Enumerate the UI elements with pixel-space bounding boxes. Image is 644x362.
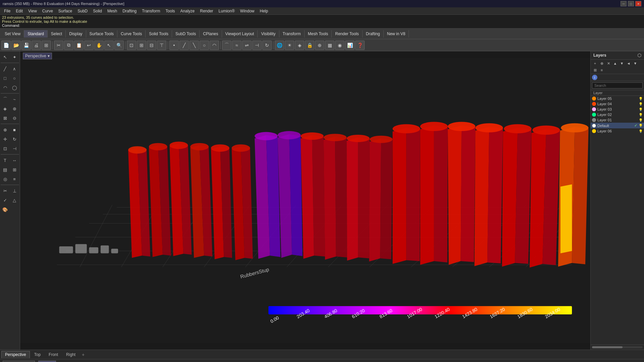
menu-transform[interactable]: Transform [139,8,163,14]
osnap-tab[interactable]: OSnap [38,361,56,362]
menu-mesh[interactable]: Mesh [105,8,120,14]
paintbucket-icon[interactable]: 🎨 [1,205,9,214]
solid-icon[interactable]: ■ [10,125,19,134]
analyze-icon[interactable]: 📊 [345,41,355,50]
select-arrow-icon[interactable]: ↖ [1,53,9,61]
check-icon[interactable]: ✓ [1,196,9,204]
menu-tools[interactable]: Tools [163,8,178,14]
perspective-dropdown[interactable]: Perspective ▾ [23,53,52,59]
arc-icon[interactable]: ◠ [210,41,219,50]
mirror-tool-icon[interactable]: ⊣ [10,144,19,153]
layer-row[interactable]: Layer 05 💡 [591,96,644,101]
hatch-icon[interactable]: ▤ [1,165,9,174]
sweep-icon[interactable]: ⊝ [10,114,19,122]
scrollbar-thumb[interactable] [592,346,623,348]
scrollbar[interactable] [592,346,643,348]
dim-icon[interactable]: ↔ [10,156,19,165]
search-input[interactable] [592,82,643,88]
offset-icon[interactable]: ⇌ [242,41,252,50]
layer-visible-icon[interactable]: 💡 [639,102,643,106]
menu-curve[interactable]: Curve [40,8,56,14]
top-icon[interactable]: ⊤ [157,41,166,50]
close-button[interactable]: ✕ [635,1,641,6]
split-icon[interactable]: ⊥ [10,186,19,195]
maximize-button[interactable]: □ [628,1,634,6]
polyline-icon[interactable]: ╲ [190,41,199,50]
add-sublayer-icon[interactable]: ⊕ [599,60,605,66]
move-down-icon[interactable]: ▼ [619,60,625,66]
surface-icon[interactable]: ◈ [1,104,9,113]
zoom-in-icon[interactable]: 🔍 [114,41,124,50]
filter2-icon[interactable]: ▼ [632,60,638,66]
cut-icon[interactable]: ✂ [54,41,63,50]
layer-visible-icon[interactable]: 💡 [639,108,643,111]
vp-tab-top[interactable]: Top [31,351,44,358]
select-icon[interactable]: ↖ [104,41,114,50]
lock-icon[interactable]: 🔒 [305,41,314,50]
line-icon[interactable]: ╱ [179,41,189,50]
pan-icon[interactable]: ✋ [94,41,104,50]
add-viewport-button[interactable]: + [80,351,87,358]
info-icon[interactable]: i [592,75,597,80]
menu-surface[interactable]: Surface [56,8,75,14]
arc-tool-icon[interactable]: ◠ [1,83,9,92]
tab-display[interactable]: Display [66,30,86,38]
tab-solid-tools[interactable]: Solid Tools [146,30,172,38]
viewport[interactable]: Perspective ▾ [20,51,590,350]
menu-render[interactable]: Render [197,8,216,14]
mirror-icon[interactable]: ⊣ [252,41,262,50]
trim-icon[interactable]: ✂ [1,186,9,195]
tab-render-tools[interactable]: Render Tools [332,30,363,38]
blend-icon[interactable]: ≈ [232,41,241,50]
command-input[interactable] [21,23,156,27]
delete-layer-icon[interactable]: ✕ [605,60,611,66]
menu-analyze[interactable]: Analyze [178,8,198,14]
point-select-icon[interactable]: ✦ [10,53,19,61]
material-icon[interactable]: ◈ [295,41,304,50]
save-icon[interactable]: 💾 [21,41,31,50]
render-icon[interactable]: 🌐 [275,41,284,50]
tab-select[interactable]: Select [48,30,66,38]
layer-visible-icon[interactable]: 💡 [639,97,643,101]
layer-row[interactable]: Layer 06 💡 [591,128,644,134]
minimize-button[interactable]: ─ [621,1,627,6]
polyline-tool-icon[interactable]: ∧ [10,64,19,73]
zoom-extent-icon[interactable]: ⊞ [137,41,146,50]
open-icon[interactable]: 📂 [11,41,21,50]
light-icon[interactable]: ☀ [285,41,294,50]
menu-lumion[interactable]: Lumion® [216,8,237,14]
vp-tab-front[interactable]: Front [45,351,62,358]
layer-visible-icon[interactable]: 💡 [639,113,643,117]
display-mode-icon[interactable]: ◉ [335,41,344,50]
funnel-icon[interactable]: ⊞ [592,67,598,73]
layer-visible-icon[interactable]: 💡 [639,118,643,122]
paste-icon[interactable]: 📋 [74,41,84,50]
layer-row[interactable]: Layer 01 💡 [591,117,644,123]
boolean-icon[interactable]: ⊕ [1,125,9,134]
layer-row[interactable]: Layer 04 💡 [591,101,644,107]
point-icon[interactable]: • [169,41,179,50]
tab-standard[interactable]: Standard [24,30,48,38]
menu-view[interactable]: View [25,8,40,14]
delete-icon[interactable]: △ [10,196,19,204]
help-icon[interactable]: ❓ [355,41,365,50]
tab-visibility[interactable]: Visibility [258,30,279,38]
menu-solid[interactable]: Solid [90,8,105,14]
fillet-icon[interactable]: ⌒ [222,41,231,50]
print-icon[interactable]: 🖨 [32,41,41,50]
tab-curve-tools[interactable]: Curve Tools [117,30,146,38]
layers-header-icon[interactable]: ⬡ [637,53,641,58]
menu-help[interactable]: Help [257,8,271,14]
layer-visible-icon[interactable]: 💡 [639,124,643,127]
menu-drafting[interactable]: Drafting [120,8,139,14]
rect-icon[interactable]: □ [1,74,9,82]
undo-icon[interactable]: ↩ [84,41,94,50]
list-icon[interactable]: ≡ [599,67,605,73]
analyze-geom-icon[interactable]: ◎ [1,175,9,183]
add-layer-icon[interactable]: + [592,60,598,66]
tab-subd-tools[interactable]: SubD Tools [172,30,200,38]
layer-row[interactable]: Layer 03 💡 [591,107,644,112]
extrude-icon[interactable]: ⊠ [1,114,9,122]
grid-icon[interactable]: ▦ [325,41,334,50]
prop-icon[interactable]: ⊞ [42,41,51,50]
